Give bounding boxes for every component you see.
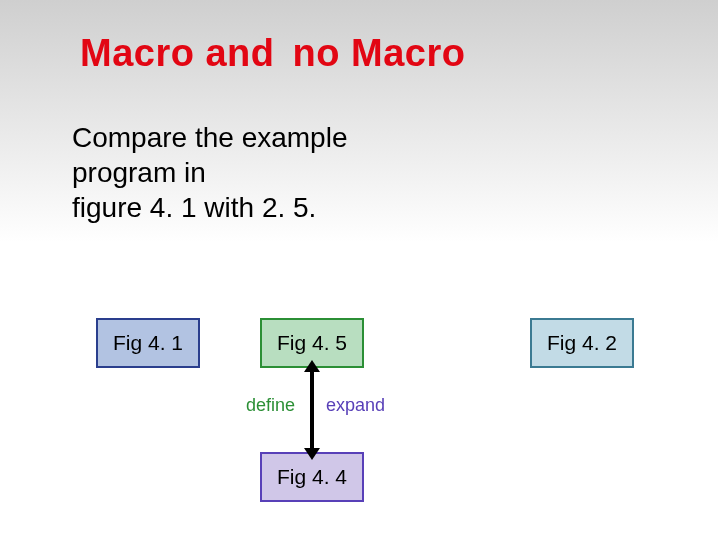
title-part-1: Macro and	[80, 32, 275, 74]
body-line-1: Compare the example	[72, 120, 347, 155]
title-part-2: no Macro	[293, 32, 466, 74]
box-label: Fig 4. 4	[277, 465, 347, 489]
label-expand: expand	[326, 395, 385, 416]
box-label: Fig 4. 5	[277, 331, 347, 355]
slide-title: Macro andno Macro	[80, 32, 465, 75]
body-line-2: program in	[72, 155, 347, 190]
box-label: Fig 4. 2	[547, 331, 617, 355]
box-fig-4-2: Fig 4. 2	[530, 318, 634, 368]
double-arrow-icon	[310, 370, 314, 450]
box-label: Fig 4. 1	[113, 331, 183, 355]
slide: Macro andno Macro Compare the example pr…	[0, 0, 718, 539]
slide-body: Compare the example program in figure 4.…	[72, 120, 347, 225]
body-line-3: figure 4. 1 with 2. 5.	[72, 190, 347, 225]
box-fig-4-1: Fig 4. 1	[96, 318, 200, 368]
label-define: define	[246, 395, 295, 416]
